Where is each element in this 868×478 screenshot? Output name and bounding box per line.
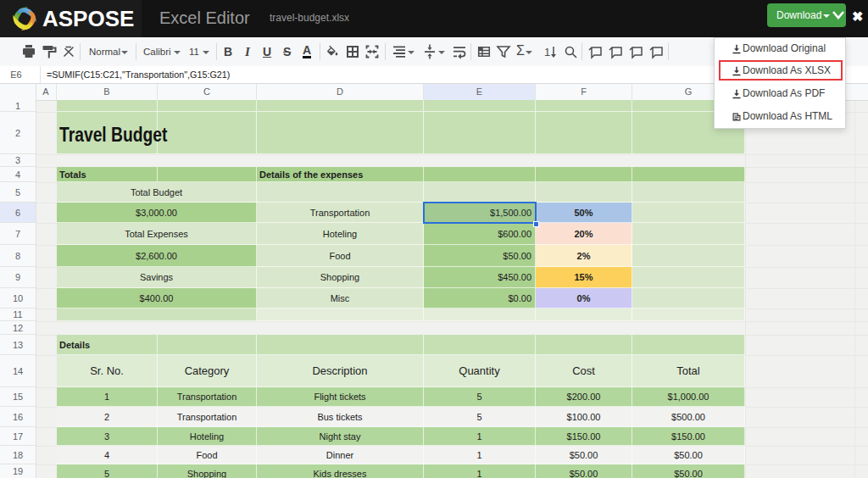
svg-text:1: 1 <box>544 46 550 58</box>
